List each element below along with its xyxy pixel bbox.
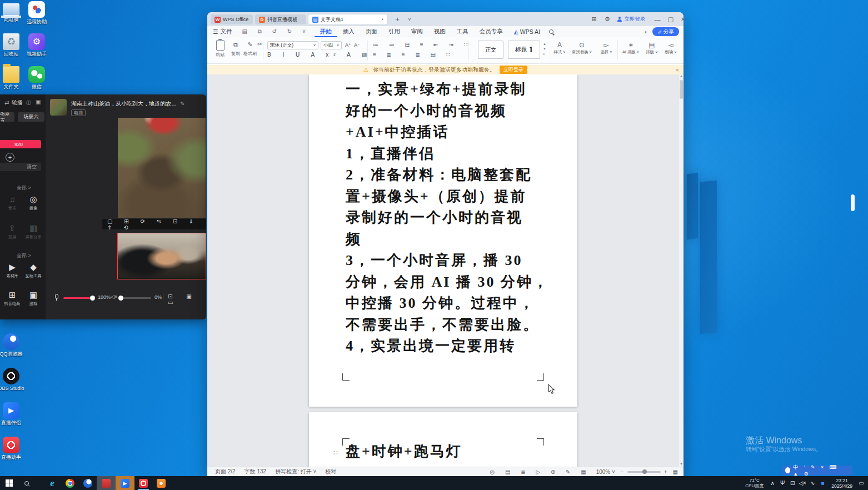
- tab-douyin-template[interactable]: D抖音直播模板: [255, 14, 306, 24]
- settings-gear-icon[interactable]: ⚙: [601, 14, 614, 24]
- scene-thumbnail[interactable]: [50, 99, 67, 116]
- zoom-level[interactable]: 100% ˅: [596, 469, 615, 475]
- scroll-up-icon[interactable]: ▲: [680, 74, 683, 78]
- tool-find-replace[interactable]: ⊙查找替换 ˅: [570, 41, 594, 55]
- menu-tab-tools[interactable]: 工具: [451, 26, 474, 37]
- speaker-icon[interactable]: ◁×: [111, 294, 117, 299]
- taskbar-qq-browser[interactable]: [79, 476, 97, 490]
- document-scrollbar[interactable]: [679, 74, 684, 467]
- section-all-2[interactable]: 全部 >: [17, 252, 31, 259]
- scene-tab-5[interactable]: 场景五: [0, 112, 14, 122]
- zoom-out-button[interactable]: −: [621, 469, 624, 475]
- menu-tab-wps-ai[interactable]: ◭WPS AI: [508, 26, 546, 37]
- preview-video-selected[interactable]: [117, 233, 206, 279]
- scrollbar-thumb[interactable]: [680, 80, 683, 99]
- action-center-icon[interactable]: ▭: [857, 480, 866, 486]
- font-format-buttons[interactable]: B I U A x² A ▨: [267, 52, 373, 58]
- menu-tab-member[interactable]: 会员专享: [474, 26, 508, 37]
- preview-video-main[interactable]: [118, 118, 206, 218]
- clock-widget[interactable]: 23:212025/4/29: [831, 478, 852, 489]
- shortcut-ecommerce[interactable]: ⊞抖音电商: [2, 290, 22, 307]
- menu-tab-home[interactable]: 开始: [315, 26, 337, 37]
- video-transform-toolbar[interactable]: ▢ ⊞ ⟳ ⇋ ⊡ ⇓ ⇑ ⟲: [102, 219, 206, 229]
- menu-tab-view[interactable]: 视图: [428, 26, 451, 37]
- new-tab-button[interactable]: +: [391, 14, 404, 24]
- tool-select[interactable]: ▻选择 ˅: [594, 41, 618, 55]
- font-size-select[interactable]: 小四˅: [321, 41, 342, 49]
- theme-icon[interactable]: ◐: [645, 28, 648, 35]
- spellcheck-toggle[interactable]: 拼写检查: 打开 ˅: [275, 468, 316, 476]
- shortcut-media-library[interactable]: ▶素材库: [2, 262, 22, 279]
- mic-volume-knob[interactable]: [90, 296, 95, 301]
- tool-read-aloud[interactable]: ◅朗读 ˅: [659, 41, 683, 55]
- shortcut-game[interactable]: ▣游戏: [23, 290, 43, 307]
- desktop-icon-video-tool[interactable]: ⚙视频助手: [23, 33, 51, 57]
- document-page-2[interactable]: ∷ 盘+时钟+跑马灯: [309, 412, 577, 467]
- shrink-font-button[interactable]: A⁻: [354, 42, 360, 48]
- taskbar-live-companion[interactable]: ▶: [116, 476, 134, 490]
- tray-expand-icon[interactable]: ∧: [768, 480, 777, 486]
- maximize-button[interactable]: ▢: [664, 14, 677, 24]
- desktop-icon-qq-browser[interactable]: QQ浏览器: [0, 333, 25, 357]
- copy-scene-icon[interactable]: ▣: [36, 99, 41, 105]
- taskbar-edge[interactable]: e: [43, 476, 61, 490]
- document-page-1[interactable]: 一，实景+绿布+提前录制 好的一个小时的音视频 +AI+中控插话 1，直播伴侣 …: [309, 74, 577, 407]
- tab-list-button[interactable]: ˅: [403, 14, 416, 24]
- tray-volume-muted-icon[interactable]: ◁×: [798, 480, 807, 486]
- scroll-down-icon[interactable]: ▼: [680, 462, 683, 466]
- desktop-icon-live-helper[interactable]: 直播助手: [0, 437, 25, 460]
- zoom-slider[interactable]: [627, 471, 661, 473]
- taskbar-orange-app[interactable]: [152, 476, 170, 490]
- fit-page-icon[interactable]: ▦: [673, 469, 678, 475]
- zoom-in-button[interactable]: +: [664, 469, 667, 475]
- tray-mic-icon[interactable]: Ψ: [778, 480, 787, 486]
- proofread-button[interactable]: 校对: [325, 468, 336, 476]
- shortcut-interactive-tools[interactable]: ◆互动工具: [23, 262, 43, 279]
- speaker-volume-knob[interactable]: [118, 296, 123, 301]
- cut-icon[interactable]: ✂: [257, 41, 262, 47]
- carousel-swap-icon[interactable]: ⇄: [4, 99, 9, 106]
- tool-styles[interactable]: A样式 ˅: [547, 41, 572, 55]
- ime-toolbar[interactable]: 中 ’ ✎ × ⌨ ▲ ⚙: [782, 466, 852, 475]
- taskbar-chrome[interactable]: [61, 476, 79, 490]
- paragraph-buttons-row1[interactable]: ≔ ≕ ⊟ ≡ ⇤ ⇥ ∷: [373, 42, 472, 48]
- taskbar-red-app[interactable]: [97, 476, 116, 490]
- menu-tab-page[interactable]: 页面: [360, 26, 383, 37]
- tray-app-icon[interactable]: ■: [818, 480, 827, 486]
- clear-button[interactable]: 清空: [0, 163, 41, 171]
- source-screen-share[interactable]: ▥屏幕分享: [23, 223, 43, 240]
- word-count[interactable]: 字数 132: [245, 468, 266, 476]
- section-all-1[interactable]: 全部 >: [17, 184, 31, 192]
- tray-network-icon[interactable]: ∿: [808, 480, 817, 486]
- copy-button[interactable]: ⧉复制: [230, 41, 242, 57]
- mic-icon[interactable]: [55, 294, 58, 299]
- font-name-select[interactable]: 宋体 (正文)˅: [267, 41, 318, 49]
- speaker-volume-slider[interactable]: [119, 297, 151, 299]
- desktop-icon-obs[interactable]: OBS Studio: [0, 368, 25, 391]
- grow-font-button[interactable]: A⁺: [345, 42, 351, 48]
- bottom-tool-icons[interactable]: ⊡ ▣ ▭: [168, 293, 206, 306]
- source-cast[interactable]: ⇧投屏: [2, 223, 22, 240]
- paste-button[interactable]: 粘贴: [213, 40, 227, 58]
- desktop-icon-remote[interactable]: 远程协助: [23, 1, 51, 24]
- ime-tool-icons[interactable]: 中 ’ ✎ × ⌨ ▲ ⚙: [793, 464, 850, 477]
- share-button[interactable]: ⇗分享: [652, 27, 679, 36]
- mic-volume-slider[interactable]: [63, 297, 93, 299]
- style-scroll-buttons[interactable]: ▲▼≡: [543, 42, 546, 57]
- menu-tab-review[interactable]: 审阅: [406, 26, 428, 37]
- search-icon[interactable]: [549, 29, 553, 34]
- tab-wps-office[interactable]: WWPS Office: [211, 14, 253, 24]
- desktop-icon-this-pc[interactable]: 此电脑: [0, 1, 25, 22]
- carousel-count-badge[interactable]: 920: [0, 140, 41, 148]
- notice-close-icon[interactable]: ×: [676, 67, 679, 73]
- edit-title-icon[interactable]: ✎: [180, 101, 184, 107]
- desktop-icon-recycle-bin[interactable]: ♻回收站: [0, 33, 25, 57]
- zoom-slider-knob[interactable]: [642, 469, 647, 474]
- tab-current-document[interactable]: ▤文字文稿1•: [308, 14, 387, 24]
- desktop-icon-live-companion[interactable]: ▶直播伴侣: [0, 402, 25, 426]
- start-button[interactable]: [0, 476, 18, 490]
- window-layout-icon[interactable]: ⊞: [587, 14, 601, 24]
- add-source-button[interactable]: +: [6, 153, 14, 162]
- login-button[interactable]: 立即登录: [614, 14, 648, 24]
- taskbar-live-helper[interactable]: [134, 476, 152, 490]
